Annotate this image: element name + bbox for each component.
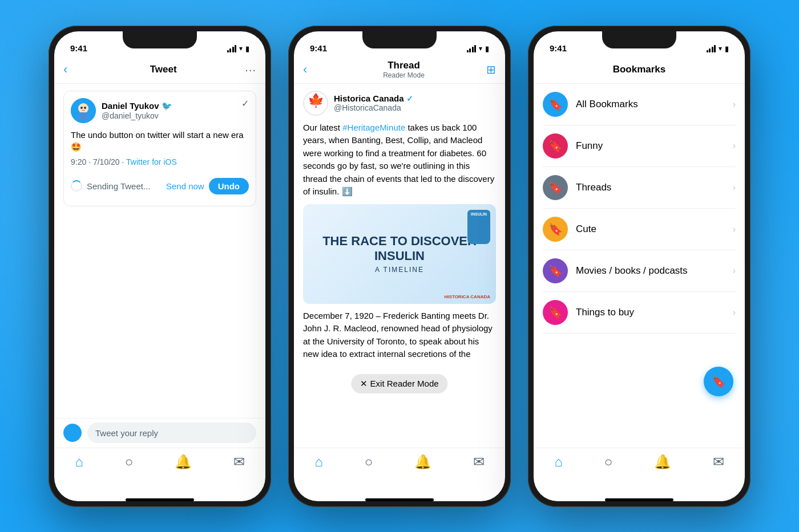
signal-icon-2 [467, 45, 477, 52]
search-icon: ○ [125, 454, 134, 470]
wifi-icon: ▾ [239, 44, 243, 52]
maple-leaf-icon: 🍁 [305, 93, 326, 113]
thread-image: THE RACE TO DISCOVER INSULIN A TIMELINE … [303, 204, 496, 304]
tab-messages-2[interactable]: ✉ [473, 454, 485, 470]
avatar-1 [71, 98, 96, 123]
tweet-content: Daniel Tyukov 🐦 @daniel_tyukov ✓ The und… [54, 84, 265, 448]
nav-bar-3: Bookmarks [534, 56, 745, 84]
tab-search-3[interactable]: ○ [604, 454, 613, 470]
status-time-1: 9:41 [70, 43, 87, 53]
tab-home-2[interactable]: ⌂ [314, 454, 323, 470]
bell-icon: 🔔 [175, 454, 192, 470]
bookmark-cute-label: Cute [576, 224, 733, 235]
svg-point-3 [80, 107, 83, 109]
battery-icon: ▮ [245, 44, 249, 53]
tweet-check: ✓ [241, 98, 249, 109]
nav-bar-2: ‹ Thread Reader Mode ⊞ [294, 56, 505, 84]
historica-name: Historica Canada ✓ [334, 94, 413, 103]
image-subtitle: A TIMELINE [303, 266, 496, 274]
bookmark-funny[interactable]: 🔖 Funny › [543, 125, 736, 167]
bookmark-funny-icon-circle: 🔖 [543, 133, 568, 159]
tweet-body: The undo button on twitter will start a … [71, 129, 249, 153]
bookmark-all-icon: 🔖 [548, 98, 563, 111]
bookmark-things[interactable]: 🔖 Things to buy › [543, 292, 736, 334]
avatar-image [71, 98, 96, 123]
status-time-2: 9:41 [310, 43, 327, 53]
reply-avatar [63, 424, 82, 442]
thread-body-2: December 7, 1920 – Frederick Banting mee… [303, 310, 496, 361]
user-details: Daniel Tyukov 🐦 @daniel_tyukov [102, 101, 172, 120]
back-button-1[interactable]: ‹ [63, 62, 82, 77]
bookmarks-content: 🔖 All Bookmarks › 🔖 Funny › 🔖 [534, 84, 745, 448]
bookmark-movies-icon-circle: 🔖 [543, 258, 568, 283]
historica-handle: @HistoricaCanada [334, 103, 413, 112]
bookmark-threads[interactable]: 🔖 Threads › [543, 167, 736, 209]
user-handle-1: @daniel_tyukov [102, 111, 172, 120]
bookmarks-nav-title: Bookmarks [613, 64, 666, 75]
home-indicator-3 [605, 498, 673, 501]
home-indicator-2 [365, 498, 434, 501]
tweet-meta: 9:20 · 7/10/20 · Twitter for iOS [71, 157, 249, 166]
tab-messages-1[interactable]: ✉ [233, 454, 245, 470]
tab-messages-3[interactable]: ✉ [713, 454, 724, 470]
send-now-button[interactable]: Send now [166, 181, 204, 191]
bookmark-movies-label: Movies / books / podcasts [576, 265, 733, 277]
back-button-2[interactable]: ‹ [303, 62, 321, 77]
tab-notifications-3[interactable]: 🔔 [654, 454, 671, 470]
home-icon-3: ⌂ [554, 454, 563, 470]
tab-search-1[interactable]: ○ [125, 454, 134, 470]
tweet-nav-title: Tweet [150, 64, 177, 75]
bookmark-all[interactable]: 🔖 All Bookmarks › [543, 84, 736, 125]
mail-icon-2: ✉ [473, 454, 485, 470]
phone-thread: 9:41 ▾ ▮ ‹ Thread Reader Mode ⊞ [288, 26, 511, 507]
svg-rect-2 [78, 112, 88, 120]
hashtag[interactable]: #HeritageMinute [342, 123, 405, 132]
battery-icon-3: ▮ [725, 44, 729, 53]
tab-bar-1: ⌂ ○ 🔔 ✉ [54, 448, 265, 495]
nav-bar-1: ‹ Tweet ··· [54, 56, 265, 84]
bookmarks-list: 🔖 All Bookmarks › 🔖 Funny › 🔖 [534, 84, 745, 334]
tab-home-1[interactable]: ⌂ [75, 454, 83, 470]
wifi-icon-2: ▾ [479, 44, 482, 52]
status-icons-1: ▾ ▮ [227, 44, 250, 53]
undo-button[interactable]: Undo [209, 178, 249, 194]
svg-point-4 [84, 107, 86, 109]
verified-icon: ✓ [406, 94, 413, 103]
tweet-user-info: Daniel Tyukov 🐦 @daniel_tyukov [71, 98, 172, 123]
tab-search-2[interactable]: ○ [365, 454, 373, 470]
notch-3 [602, 31, 676, 48]
thread-inner: 🍁 Historica Canada ✓ @HistoricaCanada Ou… [294, 84, 505, 368]
phone-tweet: 9:41 ▾ ▮ ‹ Tweet ··· [49, 26, 271, 507]
chevron-right-icon-6: › [733, 307, 736, 318]
reader-mode-icon[interactable]: ⊞ [486, 63, 496, 76]
home-icon: ⌂ [75, 454, 83, 470]
nav-center-2: Thread Reader Mode [383, 60, 425, 79]
twitter-for-ios-link[interactable]: Twitter for iOS [126, 157, 177, 166]
bookmark-movies[interactable]: 🔖 Movies / books / podcasts › [543, 250, 736, 292]
tab-home-3[interactable]: ⌂ [554, 454, 563, 470]
reply-placeholder: Tweet your reply [95, 428, 158, 438]
bookmark-funny-icon: 🔖 [548, 139, 563, 153]
tab-notifications-2[interactable]: 🔔 [414, 454, 431, 470]
avatar-svg [71, 98, 96, 123]
bookmark-threads-label: Threads [576, 182, 733, 193]
bookmark-cute[interactable]: 🔖 Cute › [543, 209, 736, 250]
new-bookmark-fab[interactable]: 🔖 [704, 367, 733, 396]
sending-row: Sending Tweet... Send now Undo [71, 173, 249, 199]
reply-input[interactable]: Tweet your reply [87, 423, 256, 443]
bookmark-things-icon-circle: 🔖 [543, 300, 568, 325]
exit-reader-mode-button[interactable]: ✕ Exit Reader Mode [351, 374, 447, 393]
reply-bar: Tweet your reply [54, 418, 265, 448]
status-icons-3: ▾ ▮ [707, 44, 729, 53]
thread-content: 🍁 Historica Canada ✓ @HistoricaCanada Ou… [294, 84, 505, 448]
more-options-button-1[interactable]: ··· [245, 63, 256, 76]
status-icons-2: ▾ ▮ [467, 44, 490, 53]
notch-2 [362, 31, 437, 48]
svg-text:🍁: 🍁 [308, 93, 325, 108]
svg-point-1 [78, 103, 88, 113]
tab-notifications-1[interactable]: 🔔 [175, 454, 192, 470]
signal-icon [227, 45, 237, 52]
insulin-bottle: INSULIN [467, 210, 490, 244]
thread-body-1: Our latest #HeritageMinute takes us back… [303, 121, 496, 198]
status-time-3: 9:41 [550, 43, 567, 53]
